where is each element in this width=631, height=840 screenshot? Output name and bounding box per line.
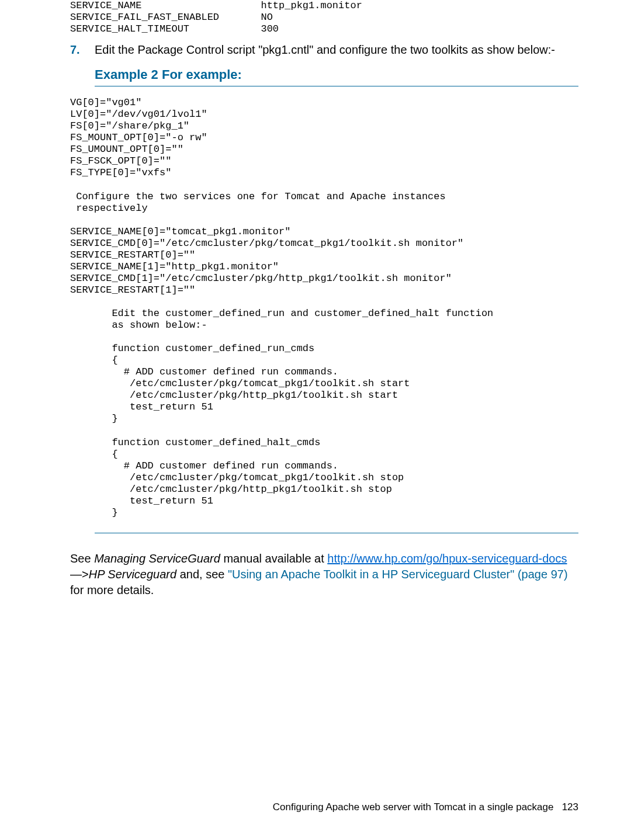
divider-top	[95, 86, 578, 86]
closing-arrow: —>	[70, 568, 89, 581]
top-code-block: SERVICE_NAME http_pkg1.monitor SERVICE_F…	[70, 0, 578, 35]
closing-teal: "Using an Apache Toolkit in a HP Service…	[228, 568, 568, 581]
closing-hp: HP Serviceguard	[89, 568, 176, 581]
closing-manual: Managing ServiceGuard	[94, 552, 220, 565]
closing-paragraph: See Managing ServiceGuard manual availab…	[70, 551, 578, 598]
step-number: 7.	[70, 43, 95, 57]
step-7: 7. Edit the Package Control script "pkg1…	[70, 43, 578, 57]
step-text: Edit the Package Control script "pkg1.cn…	[95, 43, 555, 57]
closing-mid2: and, see	[176, 568, 228, 581]
example-title: Example 2 For example:	[95, 67, 578, 82]
closing-post: for more details.	[70, 584, 154, 596]
closing-link[interactable]: http://www.hp.com/go/hpux-serviceguard-d…	[327, 552, 567, 565]
example-code-block: VG[0]="vg01" LV[0]="/dev/vg01/lvol1" FS[…	[70, 97, 578, 519]
closing-mid1: manual available at	[220, 552, 327, 565]
closing-pre: See	[70, 552, 94, 565]
footer-text: Configuring Apache web server with Tomca…	[273, 801, 554, 813]
page-footer: Configuring Apache web server with Tomca…	[0, 801, 631, 813]
divider-bottom	[95, 533, 578, 533]
footer-page: 123	[562, 801, 578, 813]
